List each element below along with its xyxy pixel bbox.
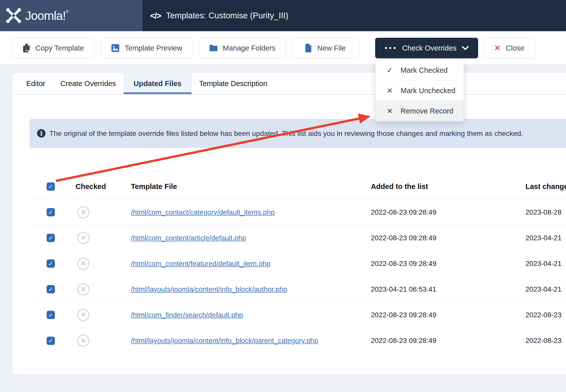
copy-icon <box>22 44 30 52</box>
code-icon: </> <box>150 11 161 21</box>
close-label: Close <box>506 44 524 52</box>
column-header-template-file: Template File <box>123 182 363 191</box>
last-change-date: 2023-08-28 <box>517 208 566 216</box>
template-file-link[interactable]: /html/com_finder/search/default.php <box>131 311 243 319</box>
close-button[interactable]: ✕ Close <box>483 38 535 58</box>
added-date: 2022-08-23 09:28:49 <box>363 234 517 242</box>
close-x-icon: ✕ <box>494 43 501 53</box>
last-change-date: 2023-04-21 <box>517 234 566 242</box>
template-file-link[interactable]: /html/com_contact/category/default_items… <box>131 208 275 216</box>
last-change-date: 2022-08-23 <box>517 311 566 319</box>
tab-editor[interactable]: Editor <box>19 73 53 94</box>
table-row: ✕ /html/com_contact/category/default_ite… <box>30 200 566 225</box>
added-date: 2022-08-23 09:28:49 <box>363 208 517 216</box>
column-header-last-change: Last change <box>517 182 566 191</box>
template-file-link[interactable]: /html/layouts/joomla/content/info_block/… <box>131 285 287 293</box>
template-preview-button[interactable]: Template Preview <box>101 38 193 58</box>
joomla-logo-icon <box>6 8 22 24</box>
info-alert: i The original of the template override … <box>30 119 566 148</box>
remove-record-label: Remove Record <box>401 107 453 115</box>
content-card: Editor Create Overrides Updated Files Te… <box>13 73 566 374</box>
template-file-link[interactable]: /html/com_content/featured/default_item.… <box>131 260 270 267</box>
registered-mark: ® <box>66 9 68 14</box>
check-overrides-dropdown: ✓ Mark Checked ✕ Mark Unchecked ✕ Remove… <box>375 60 464 122</box>
joomla-template-customise-screen: { "topbar": { "brand_name": "Joomla!", "… <box>0 0 566 392</box>
image-icon <box>111 44 120 52</box>
select-all-checkbox[interactable] <box>47 182 55 191</box>
table-row: ✕ /html/com_finder/search/default.php 20… <box>30 302 566 328</box>
tab-bar: Editor Create Overrides Updated Files Te… <box>13 73 566 95</box>
mark-unchecked-label: Mark Unchecked <box>401 87 455 95</box>
check-overrides-label: Check Overrides <box>402 44 456 52</box>
template-file-link[interactable]: /html/layouts/joomla/content/info_block/… <box>131 337 318 344</box>
template-file-link[interactable]: /html/com_content/article/default.php <box>131 234 246 242</box>
file-icon <box>305 44 312 52</box>
info-icon: i <box>37 129 46 138</box>
row-checkbox[interactable] <box>47 234 55 242</box>
x-icon: ✕ <box>385 87 394 95</box>
tab-create-overrides-label: Create Overrides <box>60 80 116 88</box>
added-date: 2022-08-23 09:28:49 <box>363 260 517 268</box>
toolbar: Copy Template Template Preview Manage Fo… <box>0 31 566 64</box>
last-change-date: 2023-04-21 <box>517 260 566 268</box>
tab-updated-files[interactable]: Updated Files <box>124 73 192 94</box>
table-row: ✕ /html/com_content/featured/default_ite… <box>30 251 566 277</box>
tab-updated-files-label: Updated Files <box>134 80 182 88</box>
title-bar: </> Templates: Customise (Purity_III) <box>143 0 566 31</box>
check-icon: ✓ <box>385 66 394 74</box>
mark-checked-label: Mark Checked <box>401 66 448 74</box>
info-alert-text: The original of the template override fi… <box>49 129 523 138</box>
unchecked-status-icon[interactable]: ✕ <box>77 232 89 244</box>
unchecked-status-icon[interactable]: ✕ <box>77 309 89 321</box>
ellipsis-icon: ••• <box>384 45 397 51</box>
table-row: ✕ /html/com_content/article/default.php … <box>30 225 566 251</box>
template-preview-label: Template Preview <box>125 44 182 52</box>
column-header-added: Added to the list <box>363 182 517 191</box>
table-header-row: Checked Template File Added to the list … <box>30 174 566 200</box>
unchecked-status-icon[interactable]: ✕ <box>77 283 89 295</box>
table-row: ✕ /html/layouts/joomla/content/info_bloc… <box>30 277 566 302</box>
updated-files-table: Checked Template File Added to the list … <box>30 174 566 354</box>
chevron-down-icon <box>462 46 469 51</box>
new-file-button[interactable]: New File <box>292 38 359 58</box>
joomla-logo: Joomla!® <box>6 8 68 24</box>
manage-folders-label: Manage Folders <box>223 44 276 52</box>
top-navbar: Joomla!® </> Templates: Customise (Purit… <box>0 0 566 31</box>
unchecked-status-icon[interactable]: ✕ <box>77 335 89 347</box>
added-date: 2022-08-23 09:28:49 <box>363 337 517 345</box>
manage-folders-button[interactable]: Manage Folders <box>199 38 286 58</box>
check-overrides-button[interactable]: ••• Check Overrides <box>375 38 478 58</box>
row-checkbox[interactable] <box>47 311 55 319</box>
brand-name: Joomla!® <box>25 9 68 23</box>
tab-template-description-label: Template Description <box>199 80 267 88</box>
column-header-checked: Checked <box>67 182 123 191</box>
last-change-date: 2022-08-23 <box>517 337 566 345</box>
unchecked-status-icon[interactable]: ✕ <box>77 258 89 270</box>
added-date: 2022-08-23 09:28:49 <box>363 311 517 319</box>
unchecked-status-icon[interactable]: ✕ <box>77 206 89 218</box>
row-checkbox[interactable] <box>47 285 55 293</box>
page-title: Templates: Customise (Purity_III) <box>166 11 288 20</box>
brand-segment: Joomla!® <box>0 0 143 31</box>
copy-template-button[interactable]: Copy Template <box>12 38 94 58</box>
x-icon: ✕ <box>385 107 394 115</box>
added-date: 2023-04-21 06:53:41 <box>363 285 517 293</box>
tab-create-overrides[interactable]: Create Overrides <box>53 73 124 94</box>
folder-icon <box>209 44 218 52</box>
last-change-date: 2023-04-21 <box>517 285 566 293</box>
row-checkbox[interactable] <box>47 259 55 268</box>
dropdown-item-remove-record[interactable]: ✕ Remove Record <box>375 101 464 121</box>
tab-template-description[interactable]: Template Description <box>192 73 275 94</box>
table-row: ✕ /html/layouts/joomla/content/info_bloc… <box>30 328 566 354</box>
dropdown-item-mark-unchecked[interactable]: ✕ Mark Unchecked <box>375 81 464 101</box>
new-file-label: New File <box>317 44 346 52</box>
row-checkbox[interactable] <box>47 337 55 345</box>
dropdown-item-mark-checked[interactable]: ✓ Mark Checked <box>375 60 464 81</box>
tab-editor-label: Editor <box>26 80 45 88</box>
row-checkbox[interactable] <box>47 208 55 216</box>
copy-template-label: Copy Template <box>36 44 84 52</box>
